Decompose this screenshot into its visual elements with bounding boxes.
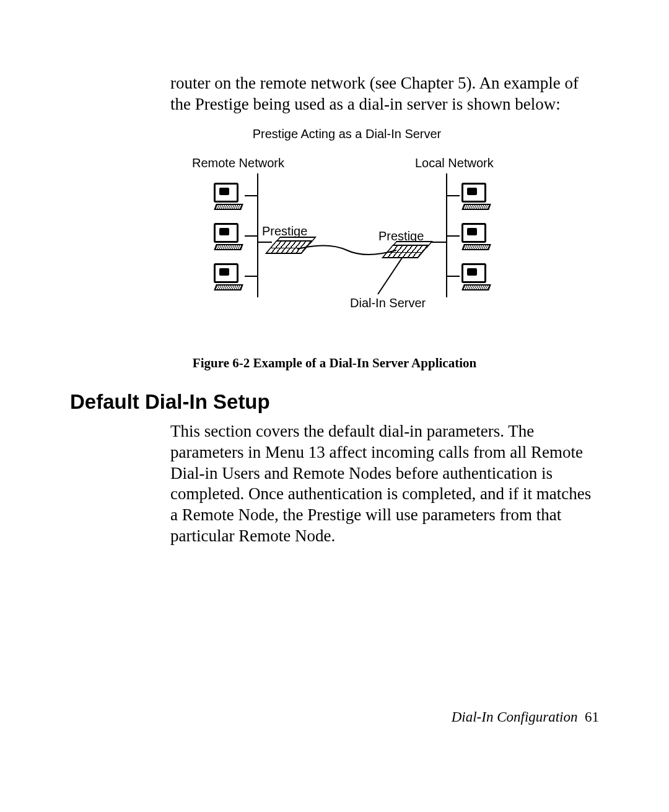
computer-icon: [214, 183, 240, 209]
local-network-label: Local Network: [415, 156, 494, 170]
stub-line: [258, 242, 272, 243]
computer-icon: [461, 223, 488, 249]
diagram-title: Prestige Acting as a Dial-In Server: [195, 127, 499, 141]
page-footer: Dial-In Configuration 61: [452, 709, 599, 725]
computer-icon: [214, 223, 240, 249]
network-diagram: Prestige Acting as a Dial-In Server Remo…: [195, 124, 499, 322]
stub-line: [245, 195, 257, 196]
pointer-line: [375, 257, 412, 297]
computer-icon: [214, 263, 240, 289]
figure-caption: Figure 6-2 Example of a Dial-In Server A…: [0, 356, 669, 371]
document-page: router on the remote network (see Chapte…: [0, 0, 669, 812]
stub-line: [447, 235, 460, 237]
stub-line: [245, 235, 257, 237]
intro-paragraph: router on the remote network (see Chapte…: [170, 73, 592, 115]
dial-in-server-label: Dial-In Server: [350, 296, 426, 310]
stub-line: [447, 276, 460, 277]
section-paragraph: This section covers the default dial-in …: [170, 421, 598, 547]
remote-backbone-line: [257, 173, 258, 297]
footer-page-number: 61: [585, 709, 599, 725]
remote-network-label: Remote Network: [192, 156, 284, 170]
section-heading: Default Dial-In Setup: [70, 390, 270, 414]
computer-icon: [461, 183, 488, 209]
stub-line: [245, 276, 257, 277]
svg-line-0: [378, 257, 403, 294]
footer-section-name: Dial-In Configuration: [452, 709, 578, 725]
computer-icon: [461, 263, 488, 289]
stub-line: [447, 195, 460, 196]
